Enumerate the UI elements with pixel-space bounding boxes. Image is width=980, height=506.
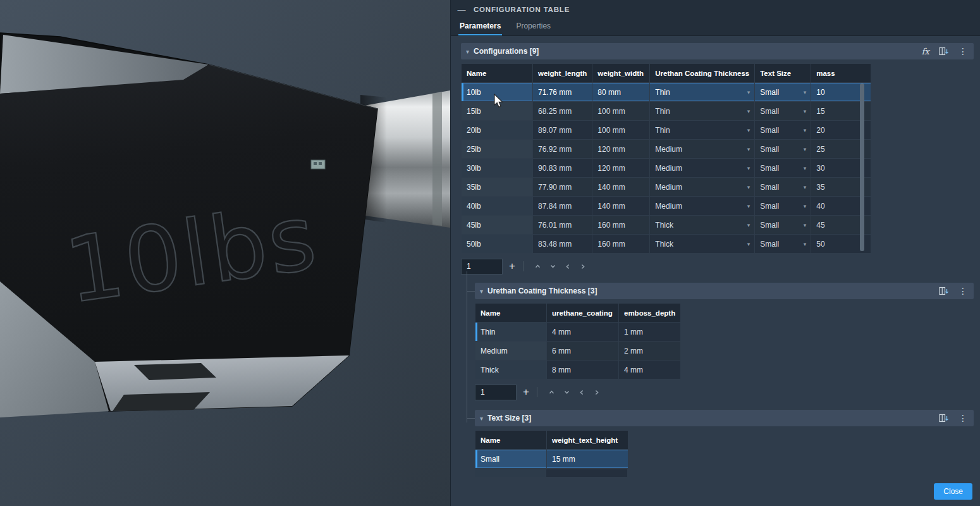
cell-weight_width[interactable]: 100 mm: [592, 121, 649, 139]
tab-properties[interactable]: Properties: [515, 19, 552, 35]
cell-name[interactable]: 35lb: [462, 178, 532, 196]
column-header-emboss_depth[interactable]: emboss_depth: [619, 304, 680, 322]
cell-coating[interactable]: Medium▾: [650, 140, 754, 158]
move-column-right-icon[interactable]: [575, 261, 591, 272]
dropdown-chevron-icon[interactable]: ▾: [804, 164, 807, 171]
cell-urethane_coating[interactable]: 6 mm: [547, 342, 618, 360]
move-row-down-icon[interactable]: [559, 386, 574, 398]
kebab-menu-icon[interactable]: ⋮: [959, 47, 967, 56]
cell-emboss_depth[interactable]: 1 mm: [619, 323, 680, 341]
cell-name[interactable]: 50lb: [462, 235, 532, 253]
dropdown-chevron-icon[interactable]: ▾: [804, 240, 807, 247]
cell-weight_length[interactable]: 76.92 mm: [533, 140, 592, 158]
collapse-caret-icon[interactable]: ▾: [480, 288, 483, 295]
dropdown-chevron-icon[interactable]: ▾: [804, 202, 807, 209]
cell-urethane_coating[interactable]: 8 mm: [547, 361, 618, 379]
fx-icon[interactable]: fx: [921, 46, 929, 56]
move-column-left-icon[interactable]: [574, 386, 589, 398]
cell-weight_width[interactable]: 80 mm: [592, 83, 649, 101]
cell-name[interactable]: Thick: [475, 361, 546, 379]
table-scrollbar[interactable]: [860, 83, 864, 251]
cell-text_size[interactable]: Small▾: [755, 178, 811, 196]
table-row[interactable]: 15lb68.25 mm100 mmThin▾Small▾15: [462, 102, 871, 120]
cell-name[interactable]: 20lb: [462, 121, 532, 139]
dropdown-chevron-icon[interactable]: ▾: [804, 108, 807, 114]
dropdown-chevron-icon[interactable]: ▾: [747, 240, 750, 247]
column-header-name[interactable]: Name: [462, 64, 532, 82]
cell-coating[interactable]: Thick▾: [650, 216, 754, 234]
table-row[interactable]: 50lb83.48 mm160 mmThick▾Small▾50: [462, 235, 871, 253]
cell-name[interactable]: 15lb: [462, 102, 532, 120]
cell-name[interactable]: 40lb: [462, 197, 532, 215]
dropdown-chevron-icon[interactable]: ▾: [747, 89, 750, 95]
column-header-name[interactable]: Name: [475, 431, 546, 449]
cell-coating[interactable]: Thin▾: [650, 83, 754, 101]
dropdown-chevron-icon[interactable]: ▾: [747, 183, 750, 190]
dropdown-chevron-icon[interactable]: ▾: [804, 89, 807, 95]
move-column-right-icon[interactable]: [589, 386, 604, 398]
cell-weight_length[interactable]: 77.90 mm: [533, 178, 592, 196]
cell-weight_length[interactable]: 83.48 mm: [533, 235, 592, 253]
column-header-weight_length[interactable]: weight_length: [533, 64, 592, 82]
cell-text_size[interactable]: Small▾: [755, 121, 811, 139]
cell-weight_width[interactable]: 120 mm: [592, 159, 649, 177]
collapse-caret-icon[interactable]: ▾: [480, 415, 483, 422]
column-header-mass[interactable]: mass: [811, 64, 871, 82]
cell-text_size[interactable]: Small▾: [755, 197, 811, 215]
cell-coating[interactable]: Medium▾: [650, 178, 754, 196]
column-header-weight_text_height[interactable]: weight_text_height: [547, 431, 628, 449]
column-header-urethane_coating[interactable]: urethane_coating: [547, 304, 618, 322]
table-row[interactable]: Thick8 mm4 mm: [475, 361, 680, 379]
minimize-icon[interactable]: —: [457, 5, 466, 15]
cell-weight_length[interactable]: 90.83 mm: [533, 159, 592, 177]
scrollbar-thumb[interactable]: [860, 83, 864, 251]
move-row-up-icon[interactable]: [530, 261, 545, 272]
cell-name[interactable]: 25lb: [462, 140, 532, 158]
cell-weight_width[interactable]: 140 mm: [592, 178, 649, 196]
table-add-icon[interactable]: [939, 414, 949, 423]
cell-weight_length[interactable]: 76.01 mm: [533, 216, 592, 234]
cell-text_size[interactable]: Small▾: [755, 102, 811, 120]
table-row[interactable]: Medium6 mm2 mm: [475, 342, 680, 360]
cell-name[interactable]: 10lb: [462, 83, 532, 101]
cell-coating[interactable]: Medium▾: [650, 197, 754, 215]
kebab-menu-icon[interactable]: ⋮: [959, 287, 967, 295]
table-row[interactable]: 25lb76.92 mm120 mmMedium▾Small▾25: [462, 140, 871, 158]
cell-weight_width[interactable]: 120 mm: [592, 140, 649, 158]
cell-weight_width[interactable]: 160 mm: [592, 216, 649, 234]
table-row[interactable]: 20lb89.07 mm100 mmThin▾Small▾20: [462, 121, 871, 139]
table-row[interactable]: 10lb71.76 mm80 mmThin▾Small▾10: [462, 83, 871, 101]
column-header-name[interactable]: Name: [475, 304, 546, 322]
cell-weight_text_height[interactable]: 15 mm: [547, 450, 628, 468]
cell-emboss_depth[interactable]: 2 mm: [619, 342, 680, 360]
table-row[interactable]: Thin4 mm1 mm: [475, 323, 680, 341]
row-count-input[interactable]: [475, 385, 517, 400]
table-add-icon[interactable]: [939, 287, 949, 295]
dropdown-chevron-icon[interactable]: ▾: [804, 145, 807, 152]
cell-name[interactable]: Thin: [475, 323, 546, 341]
dropdown-chevron-icon[interactable]: ▾: [804, 183, 807, 190]
cell-coating[interactable]: Thin▾: [650, 121, 754, 139]
table-row[interactable]: 45lb76.01 mm160 mmThick▾Small▾45: [462, 216, 871, 234]
dropdown-chevron-icon[interactable]: ▾: [747, 126, 750, 133]
cell-name[interactable]: Medium: [475, 342, 546, 360]
dropdown-chevron-icon[interactable]: ▾: [747, 221, 750, 228]
table-add-icon[interactable]: [939, 47, 949, 56]
close-button[interactable]: Close: [934, 483, 972, 500]
table-row[interactable]: 40lb87.84 mm140 mmMedium▾Small▾40: [462, 197, 871, 215]
cell-weight_length[interactable]: 71.76 mm: [533, 83, 592, 101]
mate-connector-icon[interactable]: [311, 160, 325, 169]
column-header-coating[interactable]: Urethan Coating Thickness: [650, 64, 754, 82]
table-row[interactable]: 30lb90.83 mm120 mmMedium▾Small▾30: [462, 159, 871, 177]
dropdown-chevron-icon[interactable]: ▾: [747, 108, 750, 114]
cell-weight_length[interactable]: 68.25 mm: [533, 102, 592, 120]
cell-weight_length[interactable]: 87.84 mm: [533, 197, 592, 215]
cell-text_size[interactable]: Small▾: [755, 140, 811, 158]
cell-coating[interactable]: Thick▾: [650, 235, 754, 253]
column-header-weight_width[interactable]: weight_width: [592, 64, 649, 82]
dropdown-chevron-icon[interactable]: ▾: [747, 202, 750, 209]
cell-name[interactable]: 30lb: [462, 159, 532, 177]
cell-name[interactable]: Small: [475, 450, 546, 468]
cell-weight_width[interactable]: 100 mm: [592, 102, 649, 120]
cell-emboss_depth[interactable]: 4 mm: [619, 361, 680, 379]
